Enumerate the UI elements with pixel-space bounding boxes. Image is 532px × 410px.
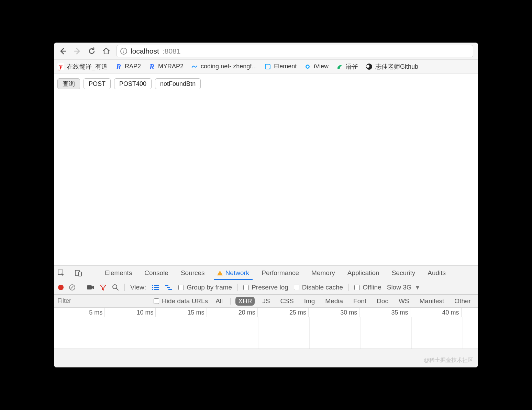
hide-data-urls-checkbox[interactable]: Hide data URLs <box>154 297 208 305</box>
record-button[interactable] <box>58 285 64 290</box>
throttle-select[interactable]: Slow 3G▼ <box>387 284 421 291</box>
bookmark-coding[interactable]: coding.net- zhengf... <box>191 63 257 70</box>
bookmark-label: coding.net- zhengf... <box>201 63 257 70</box>
svg-rect-8 <box>78 272 81 276</box>
filter-manifest[interactable]: Manifest <box>417 297 447 306</box>
home-button[interactable] <box>102 47 112 55</box>
forward-button[interactable] <box>73 47 83 55</box>
timeline-ticks: 5 ms 10 ms 15 ms 20 ms 25 ms 30 ms 35 ms… <box>54 308 478 317</box>
notfound-button[interactable]: notFoundBtn <box>155 78 201 89</box>
coding-icon <box>191 63 198 70</box>
page-content: 查询 POST POST400 notFoundBtn <box>54 73 478 94</box>
browser-window: i localhost:8081 y在线翻译_有道 RRAP2 RMYRAP2 … <box>54 43 478 367</box>
rap-icon: R <box>115 63 122 70</box>
svg-rect-15 <box>154 287 159 288</box>
view-label: View: <box>130 284 146 291</box>
bookmark-rap2[interactable]: RRAP2 <box>115 63 141 70</box>
filter-css[interactable]: CSS <box>278 297 297 306</box>
inspect-element-icon[interactable] <box>57 269 65 277</box>
tab-memory[interactable]: Memory <box>310 266 336 280</box>
back-button[interactable] <box>59 47 68 55</box>
divider <box>348 284 349 291</box>
tab-security[interactable]: Security <box>390 266 417 280</box>
filter-other[interactable]: Other <box>452 297 474 306</box>
disable-cache-checkbox[interactable]: Disable cache <box>294 284 343 291</box>
svg-rect-16 <box>152 289 153 290</box>
clear-button[interactable] <box>69 284 75 291</box>
device-toolbar-icon[interactable] <box>75 269 82 277</box>
bookmark-label: RAP2 <box>125 63 141 70</box>
filter-icon[interactable] <box>100 284 107 291</box>
devtools-panel: Elements Console Sources Network Perform… <box>54 265 478 367</box>
post-button[interactable]: POST <box>84 78 111 89</box>
svg-line-11 <box>117 288 118 290</box>
svg-rect-18 <box>165 285 168 286</box>
filter-input[interactable] <box>54 295 150 307</box>
filter-font[interactable]: Font <box>351 297 369 306</box>
element-icon <box>264 63 271 70</box>
filter-doc[interactable]: Doc <box>374 297 391 306</box>
bookmark-element[interactable]: Element <box>264 63 297 70</box>
browser-toolbar: i localhost:8081 <box>54 43 478 60</box>
filter-js[interactable]: JS <box>259 297 273 306</box>
address-port: :8081 <box>163 47 181 55</box>
tab-console[interactable]: Console <box>143 266 170 280</box>
timeline-tick: 40 ms <box>410 308 461 317</box>
svg-rect-9 <box>87 285 92 289</box>
address-bar[interactable]: i localhost:8081 <box>117 45 473 57</box>
camera-icon[interactable] <box>87 284 94 291</box>
tab-network[interactable]: Network <box>216 266 251 280</box>
view-waterfall-icon[interactable] <box>165 284 173 291</box>
tab-elements[interactable]: Elements <box>103 266 133 280</box>
tab-application[interactable]: Application <box>346 266 381 280</box>
throttle-value: Slow 3G <box>387 284 412 291</box>
bookmark-label: Element <box>274 63 297 70</box>
reload-button[interactable] <box>88 47 97 55</box>
bookmark-yuque[interactable]: 语雀 <box>336 62 358 71</box>
timeline-tick: 10 ms <box>105 308 156 317</box>
filter-img[interactable]: Img <box>301 297 318 306</box>
bookmark-label: 语雀 <box>346 62 358 71</box>
query-button[interactable]: 查询 <box>57 78 80 89</box>
chevron-down-icon: ▼ <box>414 284 421 291</box>
svg-point-10 <box>113 285 117 289</box>
bookmark-myrap2[interactable]: RMYRAP2 <box>148 63 184 70</box>
preserve-log-checkbox[interactable]: Preserve log <box>243 284 288 291</box>
page-blank-area <box>54 94 478 265</box>
view-list-icon[interactable] <box>152 284 159 291</box>
timeline-tick: 35 ms <box>359 308 410 317</box>
bookmark-github[interactable]: 志佳老师Github <box>366 62 418 71</box>
bookmark-label: iView <box>314 63 329 70</box>
tab-performance[interactable]: Performance <box>260 266 300 280</box>
offline-checkbox[interactable]: Offline <box>354 284 381 291</box>
yuque-icon <box>336 63 343 70</box>
checkbox-label: Preserve log <box>252 284 288 291</box>
bookmark-label: 在线翻译_有道 <box>67 62 108 71</box>
rap-icon: R <box>148 63 155 70</box>
tab-sources[interactable]: Sources <box>179 266 206 280</box>
site-info-icon[interactable]: i <box>120 48 127 55</box>
bookmark-label: MYRAP2 <box>158 63 184 70</box>
group-by-frame-checkbox[interactable]: Group by frame <box>178 284 232 291</box>
svg-rect-19 <box>167 287 170 288</box>
filter-media[interactable]: Media <box>322 297 346 306</box>
filter-all[interactable]: All <box>213 297 225 306</box>
timeline-tick: 20 ms <box>207 308 258 317</box>
post400-button[interactable]: POST400 <box>114 78 152 89</box>
divider <box>124 284 125 291</box>
svg-rect-12 <box>152 285 153 286</box>
network-controls: View: Group by frame Preserve log Disabl… <box>54 280 478 295</box>
search-icon[interactable] <box>112 284 119 291</box>
network-timeline[interactable]: 5 ms 10 ms 15 ms 20 ms 25 ms 30 ms 35 ms… <box>54 308 478 349</box>
bookmark-youdao[interactable]: y在线翻译_有道 <box>57 62 108 71</box>
bookmarks-bar: y在线翻译_有道 RRAP2 RMYRAP2 coding.net- zheng… <box>54 60 478 73</box>
filter-xhr[interactable]: XHR <box>235 297 255 306</box>
filter-ws[interactable]: WS <box>396 297 412 306</box>
timeline-tick: 25 ms <box>258 308 309 317</box>
tab-audits[interactable]: Audits <box>426 266 447 280</box>
svg-point-4 <box>307 66 309 68</box>
divider <box>237 284 238 291</box>
watermark: @稀土掘金技术社区 <box>424 357 473 364</box>
bookmark-label: 志佳老师Github <box>375 62 418 71</box>
bookmark-iview[interactable]: iView <box>304 63 329 70</box>
